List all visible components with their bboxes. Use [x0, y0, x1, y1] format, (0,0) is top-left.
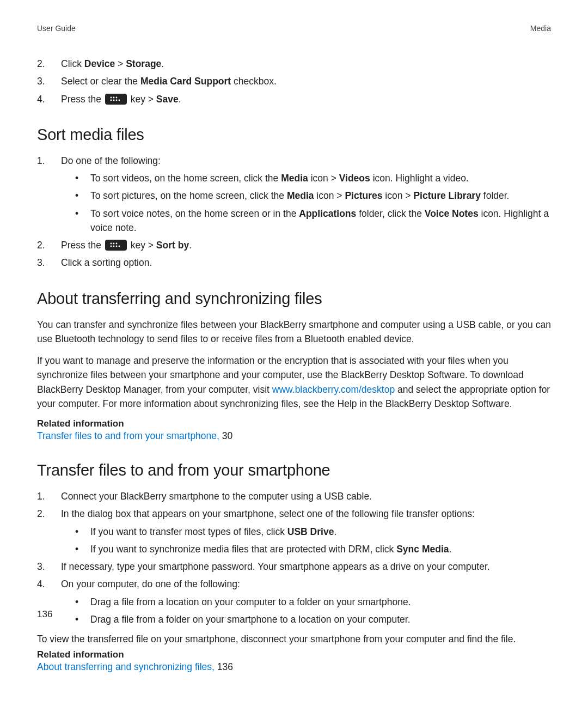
- svg-point-2: [115, 96, 117, 98]
- header-right: Media: [530, 24, 551, 33]
- document-page: User Guide Media Click Device > Storage.…: [0, 0, 588, 706]
- transfer-sub-1: If you want to transfer most types of fi…: [75, 525, 551, 557]
- desktop-link[interactable]: www.blackberry.com/desktop: [272, 384, 395, 395]
- transfer-sub-1b: If you want to synchronize media files t…: [75, 542, 551, 556]
- related-info-heading-2: Related information: [37, 649, 551, 660]
- header-left: User Guide: [37, 24, 76, 33]
- svg-point-8: [113, 243, 114, 245]
- related-info-heading-1: Related information: [37, 418, 551, 429]
- svg-point-4: [113, 99, 114, 101]
- related-link-1a[interactable]: Transfer files to and from your smartpho…: [37, 430, 222, 441]
- svg-point-9: [115, 243, 117, 245]
- about-p1: You can transfer and synchronize files b…: [37, 318, 551, 346]
- related-link-1: Transfer files to and from your smartpho…: [37, 430, 551, 442]
- svg-point-1: [113, 96, 114, 98]
- transfer-step-1: Connect your BlackBerry smartphone to th…: [37, 489, 551, 503]
- svg-point-3: [110, 99, 112, 101]
- heading-sort-media: Sort media files: [37, 126, 551, 144]
- sort-step-2: Press the key > Sort by.: [37, 238, 551, 252]
- step-2: Click Device > Storage.: [37, 57, 551, 71]
- svg-point-11: [113, 246, 114, 247]
- svg-point-6: [118, 99, 120, 101]
- sort-sub-3: To sort voice notes, on the home screen …: [75, 206, 551, 235]
- menu-key-icon: [105, 240, 127, 251]
- page-header: User Guide Media: [37, 24, 551, 33]
- svg-point-7: [110, 243, 112, 245]
- transfer-steps: Connect your BlackBerry smartphone to th…: [37, 489, 551, 626]
- transfer-after-p: To view the transferred file on your sma…: [37, 632, 551, 646]
- svg-point-10: [110, 246, 112, 247]
- transfer-step-2: In the dialog box that appears on your s…: [37, 507, 551, 556]
- svg-point-5: [115, 99, 117, 101]
- transfer-step-4: On your computer, do one of the followin…: [37, 577, 551, 626]
- transfer-sub-2a: Drag a file from a location on your comp…: [75, 595, 551, 609]
- sort-sub-1: To sort videos, on the home screen, clic…: [75, 171, 551, 185]
- heading-transfer-files: Transfer files to and from your smartpho…: [37, 461, 551, 479]
- transfer-sub-2: Drag a file from a location on your comp…: [75, 595, 551, 627]
- step-3: Select or clear the Media Card Support c…: [37, 74, 551, 88]
- transfer-sub-2b: Drag a file from a folder on your smartp…: [75, 612, 551, 626]
- sort-step-3: Click a sorting option.: [37, 255, 551, 270]
- sort-sub-list: To sort videos, on the home screen, clic…: [75, 171, 551, 235]
- transfer-step-3: If necessary, type your smartphone passw…: [37, 559, 551, 574]
- transfer-sub-1a: If you want to transfer most types of fi…: [75, 525, 551, 539]
- menu-key-icon: [105, 94, 127, 105]
- intro-steps: Click Device > Storage. Select or clear …: [37, 57, 551, 106]
- svg-point-13: [118, 246, 120, 247]
- related-link-2: About transferring and synchronizing fil…: [37, 661, 551, 673]
- step-4: Press the key > Save.: [37, 92, 551, 106]
- svg-point-12: [115, 246, 117, 247]
- about-p2: If you want to manage and preserve the i…: [37, 354, 551, 411]
- sort-sub-2: To sort pictures, on the home screen, cl…: [75, 188, 551, 203]
- related-link-2a[interactable]: About transferring and synchronizing fil…: [37, 661, 217, 672]
- heading-about-transfer: About transferring and synchronizing fil…: [37, 290, 551, 308]
- sort-step-1: Do one of the following: To sort videos,…: [37, 154, 551, 235]
- sort-steps: Do one of the following: To sort videos,…: [37, 154, 551, 270]
- svg-point-0: [110, 96, 112, 98]
- page-number: 136: [37, 609, 52, 620]
